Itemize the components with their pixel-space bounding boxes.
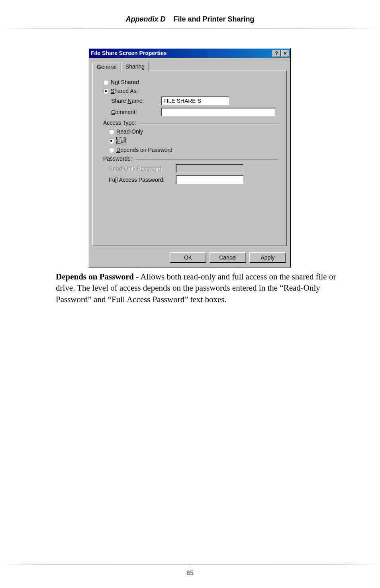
paragraph-lead: Depends on Password	[56, 272, 134, 281]
titlebar[interactable]: File Share Screen Properties ? ×	[89, 49, 290, 58]
tab-general[interactable]: General	[92, 63, 121, 72]
radio-read-only-label: Read-Only	[116, 128, 143, 135]
radio-read-only[interactable]: Read-Only	[109, 128, 280, 135]
passwords-legend: Passwords:	[103, 155, 132, 162]
page-header: Appendix D File and Printer Sharing	[40, 15, 340, 29]
apply-button[interactable]: Apply	[249, 252, 286, 263]
properties-dialog: File Share Screen Properties ? × General…	[88, 48, 291, 267]
radio-icon	[109, 138, 114, 144]
page-number: 65	[0, 570, 380, 577]
readonly-password-input	[176, 164, 243, 173]
radio-not-shared[interactable]: Not Shared	[103, 79, 280, 85]
tab-strip: General Sharing	[92, 62, 287, 71]
readonly-password-label: Read-Only Password:	[109, 165, 172, 172]
header-title: File and Printer Sharing	[174, 15, 255, 23]
sharing-panel: Not Shared Shared As: Share Name: FILE S…	[92, 71, 287, 246]
fullaccess-password-label: Full Access Password:	[109, 177, 172, 183]
ok-button[interactable]: OK	[170, 252, 206, 263]
cancel-button[interactable]: Cancel	[210, 252, 246, 263]
fullaccess-password-input[interactable]	[176, 175, 243, 184]
header-separator	[0, 28, 380, 29]
radio-shared-as[interactable]: Shared As:	[103, 88, 280, 94]
share-name-input[interactable]: FILE SHARE S	[161, 96, 229, 105]
comment-input[interactable]	[161, 108, 275, 116]
help-icon[interactable]: ?	[272, 50, 280, 57]
radio-icon	[103, 80, 108, 85]
body-paragraph: Depends on Password - Allows both read-o…	[56, 271, 340, 305]
dialog-button-row: OK Cancel Apply	[89, 249, 290, 267]
tab-sharing[interactable]: Sharing	[121, 62, 149, 71]
titlebar-text: File Share Screen Properties	[91, 49, 167, 58]
radio-shared-as-label: Shared As:	[111, 88, 138, 94]
radio-not-shared-label: Not Shared	[111, 79, 139, 85]
footer-separator	[0, 564, 380, 565]
radio-icon	[103, 88, 108, 94]
fullaccess-password-row: Full Access Password:	[109, 175, 280, 184]
share-name-label: Share Name:	[111, 98, 158, 104]
share-name-row: Share Name: FILE SHARE S	[111, 96, 280, 105]
appendix-label: Appendix D	[125, 15, 165, 23]
radio-full[interactable]: Full	[109, 137, 280, 144]
comment-row: Comment:	[111, 108, 280, 116]
radio-depends-on-password[interactable]: Depends on Password	[109, 147, 280, 153]
readonly-password-row: Read-Only Password:	[109, 164, 280, 173]
radio-full-label: Full	[116, 137, 127, 144]
comment-label: Comment:	[111, 109, 158, 115]
access-type-legend: Access Type:	[103, 120, 136, 126]
close-icon[interactable]: ×	[281, 50, 289, 57]
radio-depends-label: Depends on Password	[116, 147, 172, 153]
radio-icon	[109, 129, 114, 134]
radio-icon	[109, 147, 114, 153]
